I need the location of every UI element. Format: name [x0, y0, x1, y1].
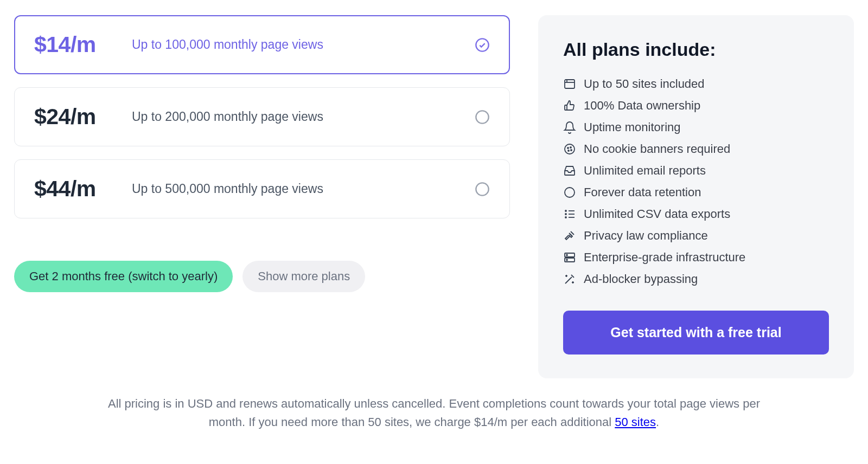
svg-point-10 — [571, 150, 572, 151]
thumbs-up-icon — [563, 99, 576, 112]
svg-point-7 — [567, 147, 569, 149]
switch-yearly-button[interactable]: Get 2 months free (switch to yearly) — [14, 261, 233, 292]
feature-item-reports: Unlimited email reports — [563, 160, 829, 182]
bell-icon — [563, 121, 576, 134]
pricing-footnote: All pricing is in USD and renews automat… — [27, 395, 841, 431]
start-trial-button[interactable]: Get started with a free trial — [563, 311, 829, 355]
radio-unchecked-icon — [475, 109, 490, 125]
plan-option-44[interactable]: $44/m Up to 500,000 monthly page views — [14, 159, 510, 218]
feature-label: Forever data retention — [584, 185, 701, 199]
footnote-line1: All pricing is in USD and renews automat… — [108, 397, 760, 410]
svg-point-8 — [570, 147, 571, 148]
footnote-line2b: . — [656, 415, 659, 429]
feature-item-ownership: 100% Data ownership — [563, 95, 829, 117]
plan-option-14[interactable]: $14/m Up to 100,000 monthly page views — [14, 15, 510, 74]
gavel-icon — [563, 229, 576, 242]
feature-label: Unlimited CSV data exports — [584, 207, 730, 221]
check-circle-icon — [475, 37, 490, 53]
list-icon — [563, 208, 576, 221]
feature-item-cookies: No cookie banners required — [563, 138, 829, 160]
window-icon — [563, 78, 576, 91]
feature-item-exports: Unlimited CSV data exports — [563, 203, 829, 225]
cookie-icon — [563, 143, 576, 156]
plan-price: $44/m — [34, 176, 132, 202]
feature-label: Unlimited email reports — [584, 164, 706, 178]
svg-point-11 — [565, 188, 575, 197]
features-title: All plans include: — [563, 39, 829, 60]
svg-point-6 — [565, 144, 575, 154]
svg-point-2 — [476, 183, 488, 195]
svg-point-1 — [476, 111, 488, 123]
feature-label: Enterprise-grade infrastructure — [584, 250, 745, 265]
plan-option-24[interactable]: $24/m Up to 200,000 monthly page views — [14, 87, 510, 146]
magic-wand-icon — [563, 273, 576, 286]
svg-point-20 — [566, 255, 567, 256]
svg-point-13 — [565, 214, 566, 215]
show-more-plans-button[interactable]: Show more plans — [242, 261, 365, 292]
svg-point-12 — [565, 210, 566, 211]
feature-item-privacy: Privacy law compliance — [563, 225, 829, 247]
svg-point-0 — [476, 38, 488, 51]
feature-item-sites: Up to 50 sites included — [563, 73, 829, 95]
plan-price: $14/m — [34, 32, 132, 57]
inbox-icon — [563, 164, 576, 177]
feature-item-retention: Forever data retention — [563, 182, 829, 203]
plan-description: Up to 200,000 monthly page views — [132, 109, 475, 124]
feature-label: Up to 50 sites included — [584, 77, 705, 91]
footnote-line2a: month. If you need more than 50 sites, w… — [209, 415, 615, 429]
svg-point-14 — [565, 217, 566, 218]
feature-label: Privacy law compliance — [584, 229, 708, 243]
svg-point-21 — [566, 260, 567, 261]
additional-sites-link[interactable]: 50 sites — [615, 415, 656, 429]
feature-item-infra: Enterprise-grade infrastructure — [563, 247, 829, 268]
feature-label: 100% Data ownership — [584, 99, 700, 113]
svg-point-9 — [568, 150, 569, 151]
circle-icon — [563, 186, 576, 199]
plan-actions: Get 2 months free (switch to yearly) Sho… — [14, 261, 510, 292]
plan-price: $24/m — [34, 104, 132, 130]
svg-rect-3 — [565, 80, 575, 88]
feature-label: Ad-blocker bypassing — [584, 272, 698, 286]
features-panel: All plans include: Up to 50 sites includ… — [538, 15, 854, 378]
plan-description: Up to 100,000 monthly page views — [132, 37, 475, 52]
feature-label: No cookie banners required — [584, 142, 730, 156]
feature-label: Uptime monitoring — [584, 120, 681, 134]
plan-description: Up to 500,000 monthly page views — [132, 182, 475, 196]
feature-item-adblocker: Ad-blocker bypassing — [563, 268, 829, 290]
plans-column: $14/m Up to 100,000 monthly page views $… — [14, 15, 510, 378]
feature-item-uptime: Uptime monitoring — [563, 117, 829, 138]
radio-unchecked-icon — [475, 182, 490, 197]
server-icon — [563, 251, 576, 264]
